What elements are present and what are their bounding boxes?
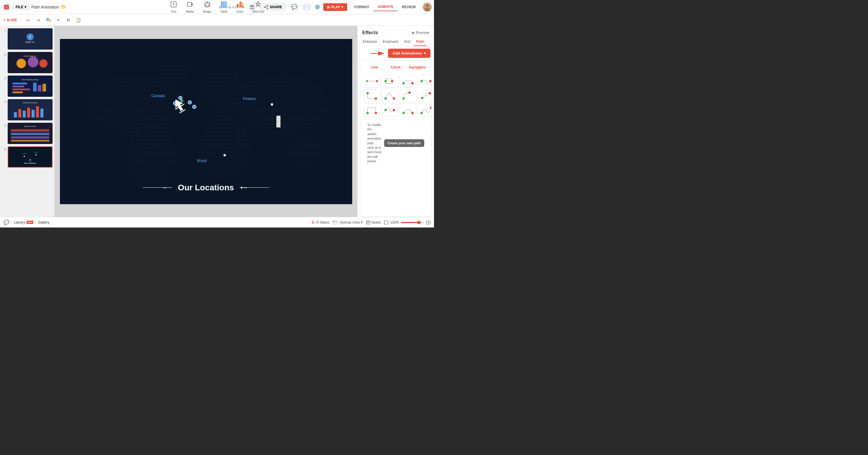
svg-rect-43 — [33, 83, 37, 92]
anim-curve-arch[interactable] — [400, 104, 416, 117]
svg-point-102 — [408, 92, 411, 94]
svg-rect-54 — [40, 108, 43, 118]
svg-text:Zyiker Marketing Strategy: Zyiker Marketing Strategy — [22, 79, 39, 80]
paste-button[interactable]: 📋 — [75, 16, 82, 24]
canvas-area: Canada Finland Brazil — [55, 26, 357, 217]
tab-emphasis[interactable]: Emphasis — [380, 38, 402, 46]
anim-curve-multi[interactable] — [418, 104, 432, 117]
svg-point-112 — [393, 109, 395, 111]
anim-curve-1[interactable] — [400, 75, 416, 88]
paint-format-button[interactable] — [44, 16, 52, 24]
tool-chart[interactable]: Chart — [232, 0, 247, 14]
preview-button[interactable]: ▶ Preview — [412, 31, 429, 35]
chat-button[interactable]: 💬 — [4, 220, 9, 225]
tab-path[interactable]: Path — [413, 38, 427, 46]
tool-media[interactable]: Media — [182, 0, 198, 14]
comment-icon-btn[interactable]: 💬 — [290, 2, 299, 12]
right-panel: Effects ▶ Preview Entrance Emphasis Exit… — [357, 26, 434, 217]
media-icon — [187, 1, 194, 9]
undo-button[interactable]: ↩ — [25, 16, 32, 24]
view-selector[interactable]: Normal View ▾ — [333, 220, 363, 225]
svg-text:Canada: Canada — [22, 153, 27, 154]
anim-line-rect[interactable] — [382, 75, 398, 88]
add-slide-button[interactable]: + SLIDE — [4, 18, 17, 22]
play-label: PLAY — [331, 5, 340, 9]
notes-button[interactable]: Notes — [366, 220, 380, 225]
tab-format[interactable]: FORMAT — [350, 3, 373, 11]
redo-button[interactable]: ↪ — [35, 16, 42, 24]
svg-point-78 — [188, 101, 192, 104]
svg-point-25 — [426, 4, 429, 7]
divider — [21, 17, 21, 23]
svg-point-87 — [384, 80, 387, 82]
anim-line-rect2[interactable] — [364, 104, 380, 117]
anim-line-zigzag[interactable] — [382, 89, 398, 102]
slide-thumb-2[interactable]: 2 About Zyiker Inc. — [2, 52, 53, 73]
library-button[interactable]: Library — [14, 220, 25, 225]
slide-thumb-3[interactable]: 3 Zyiker Marketing Strategy — [2, 75, 53, 97]
svg-point-109 — [366, 112, 369, 114]
effects-header: Effects ▶ Preview — [358, 26, 434, 38]
gallery-button[interactable]: Gallery — [38, 220, 49, 225]
file-button[interactable]: FILE ▾ — [12, 4, 30, 10]
svg-text:Brazil: Brazil — [29, 161, 32, 163]
anim-curve-arc[interactable] — [400, 89, 416, 102]
user-avatar[interactable] — [423, 3, 432, 11]
settings-icon[interactable]: ⚙️ — [314, 4, 320, 10]
tool-table[interactable]: Table — [216, 0, 231, 14]
svg-point-115 — [421, 112, 423, 114]
svg-point-65 — [30, 159, 31, 161]
tab-animate[interactable]: ANIMATE — [373, 3, 398, 11]
brazil-dot — [223, 154, 226, 156]
anim-line-turn[interactable] — [364, 89, 380, 102]
anim-line-straight[interactable] — [364, 75, 380, 88]
svg-text:Finland: Finland — [34, 152, 38, 153]
slide-thumb-5[interactable]: 5 Realtime Analytics — [2, 123, 53, 144]
folder-icon: 📁 — [61, 4, 67, 10]
tab-exit[interactable]: Exit — [402, 38, 413, 46]
create-path-button[interactable]: Create your own path — [384, 139, 424, 147]
svg-rect-44 — [38, 85, 41, 92]
anim-line-wave[interactable] — [382, 104, 398, 117]
svg-point-75 — [287, 136, 323, 166]
slide-thumb-6[interactable]: 6 Our Locations Canada Finland Brazil — [2, 147, 53, 168]
copy-button[interactable]: ⧉ — [65, 16, 72, 24]
tool-shape[interactable]: Shape — [199, 0, 216, 14]
tool-table-label: Table — [220, 10, 227, 13]
mail-icon-btn[interactable]: ✉️ — [302, 2, 311, 12]
zoom-slider[interactable] — [401, 222, 425, 223]
presentation-title: Path Animation 📁 — [31, 4, 67, 10]
slide-panel: 1 Z Zyiker Inc. 2 — [0, 26, 55, 217]
svg-text:Z: Z — [6, 6, 7, 9]
svg-point-100 — [393, 97, 395, 100]
scissors-button[interactable]: ✂ — [55, 16, 62, 24]
slide-thumb-4[interactable]: 4 Adwords Performance — [2, 99, 53, 120]
add-animations-button[interactable]: Add Animations ▾ — [388, 49, 430, 58]
tool-text[interactable]: T Text — [166, 0, 181, 14]
panel-collapse-handle[interactable]: ‹ — [276, 116, 280, 127]
svg-rect-27 — [46, 18, 49, 21]
svg-point-104 — [429, 92, 431, 94]
svg-point-114 — [411, 112, 414, 114]
svg-point-34 — [28, 57, 38, 67]
tab-review[interactable]: REVIEW — [398, 3, 420, 11]
svg-point-97 — [366, 92, 369, 94]
tool-addons[interactable]: Add-Ons — [248, 0, 268, 14]
play-button[interactable]: ▶ PLAY ▾ — [323, 3, 347, 11]
anim-footer: To modify the added animation path, clic… — [364, 120, 428, 167]
svg-rect-15 — [240, 1, 242, 7]
svg-point-76 — [160, 60, 190, 83]
svg-point-83 — [366, 80, 368, 82]
tool-chart-label: Chart — [236, 10, 243, 13]
svg-point-92 — [429, 80, 432, 82]
top-bar: Z FILE ▾ Path Animation 📁 T Text Media — [0, 0, 434, 14]
anim-curve-2[interactable] — [418, 75, 432, 88]
svg-rect-52 — [32, 110, 35, 118]
svg-point-89 — [402, 82, 405, 85]
slide-thumb-1[interactable]: 1 Z Zyiker Inc. — [2, 28, 53, 50]
tab-entrance[interactable]: Entrance — [360, 38, 380, 46]
add-anim-label: Add Animations — [393, 51, 422, 56]
svg-rect-39 — [12, 83, 27, 85]
effect-tabs: Entrance Emphasis Exit Path — [358, 38, 434, 46]
anim-curve-s[interactable] — [418, 89, 432, 102]
